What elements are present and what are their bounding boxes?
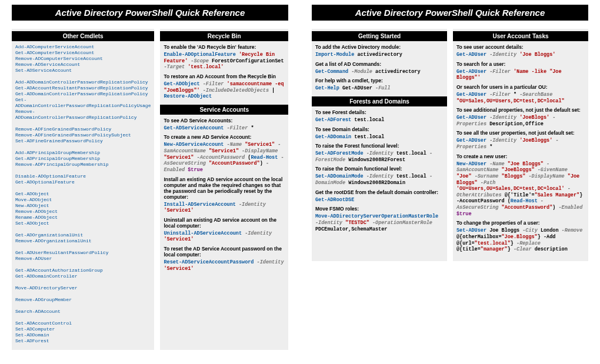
- left-col2: Recycle Bin To enable the 'AD Recycle Bi…: [160, 29, 288, 350]
- desc: Move FSMO roles:: [315, 206, 444, 212]
- right-col2: User Account Tasks To see user account d…: [453, 29, 588, 261]
- page-right: Active Directory PowerShell Quick Refere…: [312, 5, 588, 350]
- desc: For help with a cmdlet, type:: [315, 78, 444, 84]
- left-col1: Other Cmdlets Add-ADComputerServiceAccou…: [12, 29, 154, 350]
- cmdlet-list: Add-ADComputerServiceAccountGet-ADComput…: [15, 44, 151, 344]
- code: Set-ADDomainMode -Identity test.local -D…: [315, 173, 444, 186]
- desc: To see Forest details:: [315, 109, 444, 115]
- title-left: Active Directory PowerShell Quick Refere…: [12, 5, 288, 21]
- code: Get-ADUser -Filter 'Name -like "Joe Blog…: [456, 69, 585, 81]
- code: Get-ADUser -Identity 'Joe Bloggs': [456, 52, 585, 58]
- page-left: Active Directory PowerShell Quick Refere…: [12, 5, 288, 350]
- code: Get-Help Get-ADUser -Full: [315, 85, 444, 92]
- code: Enable-ADOptionalFeature 'Recycle Bin Fe…: [164, 52, 285, 71]
- code: Get-Command -Module activedirectory: [315, 69, 444, 75]
- right-col1: Getting Started To add the Active Direct…: [312, 29, 447, 261]
- desc: To raise the Domain functional level:: [315, 166, 444, 172]
- desc: Or search for users in a particular OU:: [456, 84, 585, 90]
- desc: To create a new user:: [456, 153, 585, 159]
- code: Get-ADUser -Identity 'JoeBloggs' -Proper…: [456, 138, 585, 150]
- desc: To see user account details:: [456, 44, 585, 50]
- desc: To restore an AD Account from the Recycl…: [164, 74, 285, 79]
- desc: Install an existing AD service account o…: [164, 176, 285, 200]
- code: Get-ADServiceAccount -Filter *: [164, 125, 285, 132]
- desc: Get the rootDSE from the default domain …: [315, 189, 444, 195]
- code: Get-ADUser -Identity 'JoeBlogs' -Propert…: [456, 115, 585, 127]
- code: Get-ADForest test.local: [315, 117, 444, 123]
- desc: To search for a user:: [456, 61, 585, 67]
- desc: To see Domain details:: [315, 126, 444, 132]
- document: Active Directory PowerShell Quick Refere…: [0, 0, 600, 355]
- code: Set-ADUser Joe Bloggs -City London -Remo…: [456, 228, 585, 253]
- code: Get-ADObject -Filter 'samaccountname -eq…: [164, 81, 285, 100]
- desc: To see AD Service Accounts:: [164, 118, 285, 123]
- code: New-ADServiceAccount -Name "Service1" -S…: [164, 142, 285, 173]
- code: Get-ADUser -Filter * -SearchBase "OU=Sal…: [456, 92, 585, 104]
- section-header: Recycle Bin: [160, 31, 288, 41]
- desc: To enable the 'AD Recycle Bin' feature:: [164, 44, 285, 50]
- desc: To add the Active Directory module:: [315, 44, 444, 50]
- desc: Uninstall an existing AD service account…: [164, 217, 285, 229]
- code: Get-ADDomain test.local: [315, 134, 444, 141]
- code: Reset-ADServiceAccountPassword -Identity…: [164, 259, 285, 272]
- code: Set-ADForestMode -Identity test.local -F…: [315, 151, 444, 163]
- section-header: Forests and Domains: [312, 96, 447, 106]
- title-right: Active Directory PowerShell Quick Refere…: [312, 5, 588, 21]
- code: Move-ADDirectoryServerOperationMasterRol…: [315, 213, 444, 232]
- desc: To see all the user properties, not just…: [456, 130, 585, 136]
- section-header: Service Accounts: [160, 105, 288, 115]
- section-header: User Account Tasks: [453, 31, 588, 41]
- section-header: Getting Started: [312, 31, 447, 41]
- desc: To create a new AD Service Account:: [164, 134, 285, 140]
- code: Install-ADServiceAccount -Identity 'Serv…: [164, 202, 285, 214]
- desc: To see additional properties, not just t…: [456, 107, 585, 113]
- desc: To raise the Forest functional level:: [315, 143, 444, 149]
- section-header: Other Cmdlets: [12, 31, 154, 41]
- desc: To change the properties of a user:: [456, 220, 585, 226]
- code: Get-ADRootDSE: [315, 197, 444, 203]
- code: Import-Module activedirectory: [315, 52, 444, 58]
- desc: To reset the AD Service Account password…: [164, 246, 285, 258]
- code: New-ADUser -Name "Joe Bloggs" -SamAccoun…: [456, 161, 585, 218]
- desc: Get a list of AD Commands:: [315, 61, 444, 67]
- code: Uninstall-ADServiceAccount -Identity 'Se…: [164, 231, 285, 243]
